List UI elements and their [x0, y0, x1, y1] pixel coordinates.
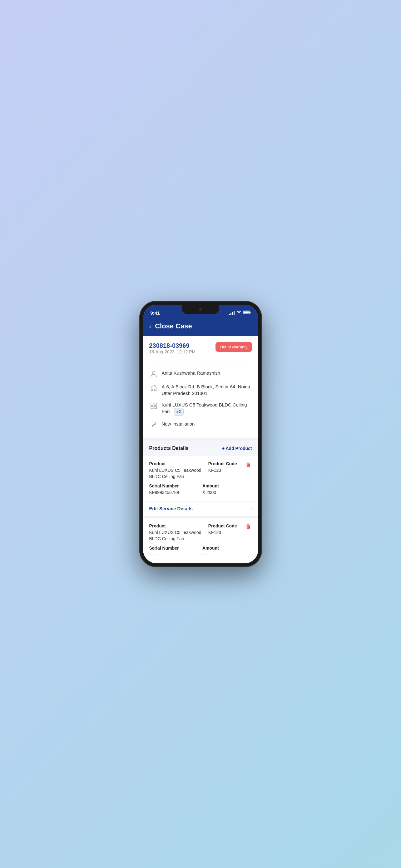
product-1-amount-value: ₹ 2000 [202, 490, 252, 496]
address-row: A-6, A Block Rd, B Block, Sector 64, Noi… [149, 381, 252, 399]
product-card-2: Product Kuhl LUXUS C5 Teakwood BLDC Ceil… [143, 518, 258, 562]
product-name: Kuhl LUXUS C5 Teakwood BLDC Ceiling Fan … [162, 402, 252, 415]
product-row: Kuhl LUXUS C5 Teakwood BLDC Ceiling Fan … [149, 399, 252, 418]
wifi-icon [236, 311, 241, 315]
product-1-serial-col: Serial Number KF8993456789 [149, 484, 199, 496]
product-1-serial-label: Serial Number [149, 484, 199, 488]
content-area: 230818-03969 18-Aug-2023 12:12 PM Out of… [143, 336, 258, 563]
product-card-1: Product Kuhl LUXUS C5 Teakwood BLDC Ceil… [143, 456, 258, 501]
delete-product-2-button[interactable] [244, 523, 252, 532]
product-2-code-field: Product Code KF123 [208, 523, 237, 536]
wrench-icon [149, 421, 158, 429]
product-1-name-col: Product Kuhl LUXUS C5 Teakwood BLDC Ceil… [149, 461, 206, 479]
chevron-right-icon-1: › [250, 506, 252, 512]
products-section-title: Products Details [149, 445, 189, 451]
signal-icon [229, 311, 235, 315]
back-button[interactable]: ‹ [149, 323, 152, 330]
header: ‹ Close Case [143, 318, 258, 336]
svg-rect-2 [250, 312, 251, 313]
edit-service-label-1: Edit Service Details [149, 506, 193, 511]
address: A-6, A Block Rd, B Block, Sector 64, Noi… [162, 383, 252, 397]
product-1-serial-value: KF8993456789 [149, 490, 199, 496]
svg-rect-4 [151, 403, 153, 406]
customer-name: Anita Kushwaha Ramashish [162, 370, 252, 376]
product-1-value: Kuhl LUXUS C5 Teakwood BLDC Ceiling Fan [149, 467, 206, 479]
delete-product-1-button[interactable] [244, 461, 252, 470]
service-type: New Installation [162, 421, 252, 427]
product-2-serial-value: – – [149, 552, 199, 557]
svg-rect-7 [154, 406, 157, 409]
product-1-code-col: Product Code KF123 [208, 461, 252, 479]
product-2-value: Kuhl LUXUS C5 Teakwood BLDC Ceiling Fan [149, 530, 206, 542]
case-header: 230818-03969 18-Aug-2023 12:12 PM Out of… [149, 342, 252, 359]
customer-row: Anita Kushwaha Ramashish [149, 367, 252, 381]
product-2-amount-col: Amount – – [202, 546, 252, 557]
product-2-code-col: Product Code KF123 [208, 523, 252, 542]
warranty-badge: Out of warranty [215, 342, 252, 352]
product-2-row2: Serial Number – – Amount – – [149, 546, 252, 557]
product-1-code-field: Product Code KF123 [208, 461, 237, 474]
status-time: 9:41 [151, 310, 160, 316]
page-title: Close Case [155, 322, 192, 330]
product-2-code-value: KF123 [208, 530, 237, 536]
product-2-amount-label: Amount [202, 546, 252, 551]
case-date: 18-Aug-2023 12:12 PM [149, 349, 196, 354]
svg-point-3 [152, 372, 155, 374]
product-2-code-label: Product Code [208, 523, 237, 528]
add-product-button[interactable]: + Add Product [222, 446, 252, 451]
product-2-serial-label: Serial Number [149, 546, 199, 551]
svg-rect-5 [154, 403, 157, 406]
product-1-code-value: KF123 [208, 467, 237, 474]
products-section: Products Details + Add Product Product K… [143, 440, 258, 563]
svg-rect-6 [151, 406, 153, 409]
products-section-header: Products Details + Add Product [143, 440, 258, 456]
home-icon [149, 383, 158, 392]
service-row: New Installation [149, 418, 252, 432]
product-1-row2: Serial Number KF8993456789 Amount ₹ 2000 [149, 484, 252, 496]
status-icons [229, 311, 251, 315]
case-number: 230818-03969 [149, 342, 196, 349]
product-1-code-label: Product Code [208, 461, 237, 466]
product-count: x2 [174, 408, 183, 415]
add-service-button-2[interactable]: Add Service Details › [143, 562, 258, 563]
product-2-serial-col: Serial Number – – [149, 546, 199, 557]
battery-icon [243, 311, 251, 315]
product-icon [149, 402, 158, 410]
product-2-label: Product [149, 523, 206, 528]
svg-rect-1 [244, 311, 248, 313]
product-1-label: Product [149, 461, 206, 466]
person-icon [149, 370, 158, 378]
edit-service-button-1[interactable]: Edit Service Details › [143, 501, 258, 516]
product-1-amount-label: Amount [202, 484, 252, 488]
case-card: 230818-03969 18-Aug-2023 12:12 PM Out of… [143, 336, 258, 440]
product-2-row1: Product Kuhl LUXUS C5 Teakwood BLDC Ceil… [149, 523, 252, 542]
product-1-row1: Product Kuhl LUXUS C5 Teakwood BLDC Ceil… [149, 461, 252, 479]
product-2-amount-value: – – [202, 552, 252, 557]
product-2-name-col: Product Kuhl LUXUS C5 Teakwood BLDC Ceil… [149, 523, 206, 542]
product-divider [143, 516, 258, 518]
product-1-amount-col: Amount ₹ 2000 [202, 484, 252, 496]
